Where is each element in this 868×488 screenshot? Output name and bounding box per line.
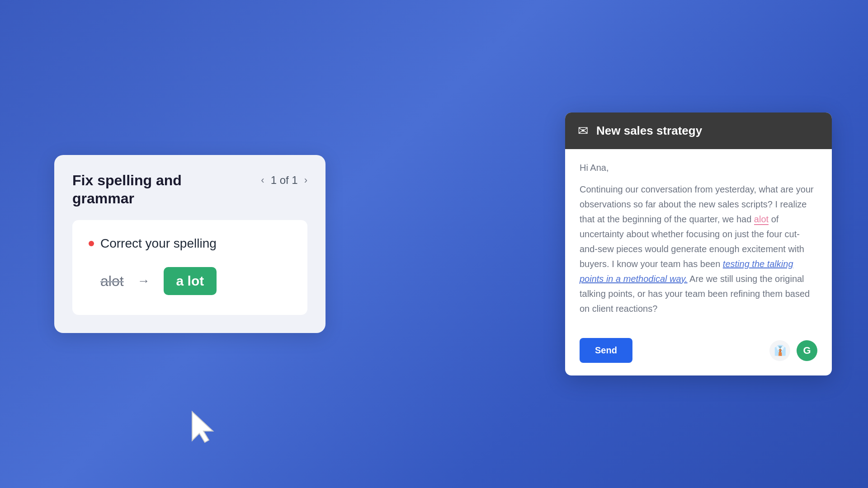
send-button[interactable]: Send — [580, 338, 632, 363]
cursor-icon — [188, 408, 219, 446]
grammarly-icon[interactable]: G — [797, 340, 817, 361]
shirt-icon[interactable]: 👔 — [769, 340, 790, 361]
left-panel: Fix spelling and grammar ‹ 1 of 1 › Corr… — [27, 155, 353, 333]
email-subject: New sales strategy — [596, 124, 702, 138]
email-greeting: Hi Ana, — [580, 163, 817, 173]
bullet-dot — [89, 241, 94, 246]
correct-word-badge[interactable]: a lot — [164, 267, 217, 295]
pagination-text: 1 of 1 — [271, 174, 298, 187]
error-word: alot — [754, 214, 769, 225]
fix-card-header: Fix spelling and grammar ‹ 1 of 1 › — [72, 171, 307, 207]
prev-page-button[interactable]: ‹ — [261, 174, 264, 186]
fix-card-title: Fix spelling and grammar — [72, 171, 208, 207]
pagination: ‹ 1 of 1 › — [261, 174, 307, 187]
fix-card: Fix spelling and grammar ‹ 1 of 1 › Corr… — [54, 155, 326, 333]
email-body: Hi Ana, Continuing our conversation from… — [565, 149, 832, 329]
email-envelope-icon: ✉ — [578, 123, 588, 138]
email-header: ✉ New sales strategy — [565, 113, 832, 149]
correction-arrow: → — [137, 274, 150, 288]
email-footer: Send 👔 G — [565, 329, 832, 375]
next-page-button[interactable]: › — [304, 174, 307, 186]
email-card: ✉ New sales strategy Hi Ana, Continuing … — [565, 113, 832, 375]
fix-body: Correct your spelling alot → a lot — [72, 220, 307, 315]
bullet-row: Correct your spelling — [89, 236, 291, 251]
footer-icons: 👔 G — [769, 340, 817, 361]
correction-row: alot → a lot — [89, 267, 291, 295]
bullet-label: Correct your spelling — [100, 236, 217, 251]
wrong-word: alot — [100, 273, 124, 290]
right-panel: ✉ New sales strategy Hi Ana, Continuing … — [565, 113, 832, 375]
email-content: Continuing our conversation from yesterd… — [580, 182, 817, 316]
